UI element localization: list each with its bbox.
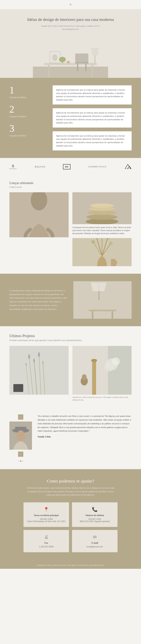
hero-subtitle: Sample text. Click to select the text bo…	[40, 24, 101, 31]
project-image-right	[72, 346, 131, 395]
fax-icon: 🖨	[27, 534, 66, 540]
logos-section: S SUNSET BALVIN HY GOURMET PLACE	[0, 158, 141, 176]
testimonial-portrait	[10, 422, 32, 450]
text-card-2-content: Agência de recrutamento que se esforça p…	[56, 111, 128, 124]
svg-point-61	[112, 358, 120, 366]
svg-point-34	[91, 240, 95, 244]
svg-rect-1	[44, 63, 97, 65]
projects-grid: Sample text. Click to select the text bo…	[10, 346, 131, 401]
svg-point-50	[38, 352, 40, 357]
svg-point-48	[28, 354, 30, 359]
logo-mountain	[124, 164, 131, 170]
svg-rect-2	[48, 65, 49, 78]
svg-point-5	[52, 54, 58, 61]
svg-marker-13	[91, 48, 99, 55]
svg-point-62	[104, 363, 113, 372]
footer: Sample text. Click to select the text bo…	[0, 562, 141, 569]
number-item-3: 3 Sample Headline	[10, 124, 47, 137]
text-card-1-content: Agência de recrutamento que se esforça p…	[56, 88, 128, 102]
svg-rect-53	[13, 384, 23, 392]
contact-card-phone: 📞 Número de telefone 239-867-6302 888-01…	[72, 502, 117, 527]
numbers-section: 1 Sample Headline 2 Sample Headline 3 Sa…	[0, 78, 141, 158]
svg-point-11	[59, 57, 66, 62]
office-value: 239-867-5309 Suite 34 Broadway St New Yo…	[27, 518, 66, 522]
svg-point-49	[33, 358, 35, 362]
planning-section: O planejamento é parte integrante do des…	[0, 274, 141, 326]
number-item-1: 1 Sample Headline	[10, 85, 47, 99]
contact-section: Como podemos te ajudar? Ut fetor ad moll…	[0, 469, 141, 562]
number-2: 2	[10, 104, 47, 114]
svg-point-57	[91, 359, 97, 362]
logo-hy: HY	[63, 164, 71, 170]
testimonial-prev-button[interactable]: ‹	[18, 414, 23, 420]
artisan-right: Consequat nisl net pretium lectus quam i…	[72, 192, 131, 266]
artisan-photo-plates	[72, 192, 131, 224]
svg-rect-0	[33, 66, 108, 78]
projects-title: Ultimos Projetos	[10, 334, 131, 338]
hero-section: Idéias de design de interiores para sua …	[0, 9, 141, 78]
artisan-left	[10, 192, 69, 266]
svg-point-24	[90, 204, 114, 208]
svg-point-35	[109, 242, 113, 245]
number-label-2: Sample Headline	[10, 115, 47, 118]
fax-value: 1-234-567-8900	[27, 546, 66, 548]
svg-point-21	[87, 214, 117, 220]
hero-image-area	[15, 36, 126, 78]
number-3: 3	[10, 124, 47, 134]
phone-title: Número de telefone	[75, 514, 114, 517]
project-left	[10, 346, 69, 401]
number-1: 1	[10, 85, 47, 95]
dot-1	[18, 460, 19, 462]
svg-rect-6	[75, 54, 88, 63]
logo-sunset: S SUNSET	[10, 164, 17, 170]
hero-illustration	[33, 36, 108, 78]
svg-rect-14	[95, 55, 95, 63]
contact-description: Ut fetor ad mollis nectors, quis nostrud…	[25, 486, 116, 497]
artisan-author: Linda Larson	[10, 186, 131, 188]
contact-card-fax: 🖨 Fax 1-234-567-8900	[24, 530, 69, 552]
project-image-left	[10, 346, 69, 395]
contact-grid: 📍 Nosso escritório principal 239-867-530…	[24, 502, 117, 552]
email-icon: ✉	[75, 534, 114, 540]
testimonial-quote: "Eu conheço o trabalho de perto com Rica…	[38, 414, 131, 433]
testimonial-next-button[interactable]: ›	[18, 452, 23, 457]
testimonial-content: "Eu conheço o trabalho de perto com Rica…	[38, 414, 131, 438]
number-label-3: Sample Headline	[10, 134, 47, 137]
project-right: Sample text. Click to select the text bo…	[72, 346, 131, 401]
artisan-caption: Consequat nisl net pretium lectus quam i…	[72, 226, 131, 235]
svg-rect-56	[92, 360, 96, 395]
contact-card-office: 📍 Nosso escritório principal 239-867-530…	[24, 502, 69, 527]
projects-section: Ultimos Projetos Proinlite scelerisque v…	[0, 326, 141, 409]
svg-rect-12	[67, 61, 70, 63]
text-cards: Agência de recrutamento que se esforça p…	[53, 85, 131, 150]
planning-text: O planejamento é parte integrante do des…	[10, 289, 68, 311]
svg-point-66	[17, 430, 25, 441]
text-card-3-content: Agência de recrutamento que se esforça p…	[56, 134, 128, 148]
testimonial-section: ‹ › "Eu conheço o trabalho de perto com …	[0, 409, 141, 469]
svg-rect-9	[85, 64, 86, 71]
artisan-section: Louças artesanais Linda Larson	[0, 176, 141, 274]
phone-icon: 📞	[75, 507, 114, 512]
artisan-photo-woman	[10, 192, 69, 237]
number-label-1: Sample Headline	[10, 96, 47, 99]
svg-point-22	[88, 210, 116, 215]
testimonial-dots	[18, 460, 23, 462]
svg-marker-38	[91, 282, 106, 291]
svg-rect-7	[75, 62, 88, 64]
contact-card-email: ✉ E-mail email@email.com	[72, 530, 117, 552]
fax-title: Fax	[27, 542, 66, 544]
artisan-grid: Consequat nisl net pretium lectus quam i…	[10, 192, 131, 266]
footer-text: Sample text. Click to select the text bo…	[3, 564, 138, 566]
svg-rect-3	[92, 65, 93, 78]
contact-title: Como podemos te ajudar?	[10, 478, 131, 484]
artisan-title: Louças artesanais	[10, 181, 131, 185]
text-card-3: Agência de recrutamento que se esforça p…	[53, 131, 131, 150]
numbers-list: 1 Sample Headline 2 Sample Headline 3 Sa…	[10, 85, 47, 150]
hamburger-menu[interactable]: ≡	[0, 0, 141, 9]
planning-image	[73, 281, 131, 319]
dot-2	[20, 460, 21, 462]
hero-title: Idéias de design de interiores para sua …	[15, 17, 126, 22]
testimonial-name: Nataly Clein	[38, 435, 131, 438]
hamburger-icon: ≡	[70, 3, 71, 6]
svg-rect-8	[77, 64, 78, 71]
